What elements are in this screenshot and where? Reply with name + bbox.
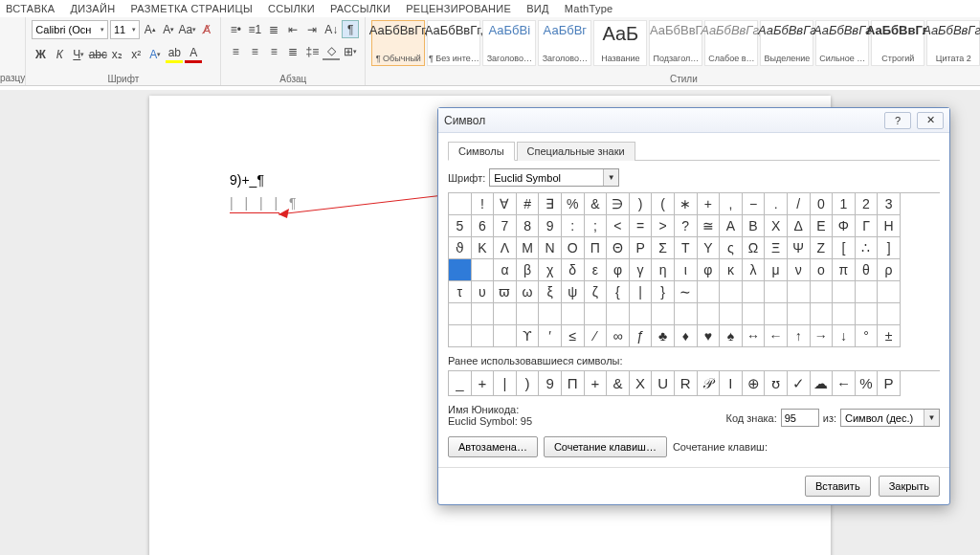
symbol-cell[interactable]: ∋ [607, 193, 630, 215]
style-item[interactable]: АаБНазвание [593, 20, 647, 66]
symbol-cell[interactable]: ? [675, 215, 698, 237]
symbol-cell[interactable] [743, 281, 766, 303]
symbol-cell[interactable] [472, 303, 495, 325]
symbol-cell[interactable]: + [698, 193, 721, 215]
symbol-cell[interactable]: A [720, 215, 743, 237]
recent-symbol-cell[interactable]: 𝒫 [698, 371, 721, 396]
italic-icon[interactable]: К [51, 45, 68, 63]
symbol-cell[interactable]: } [652, 281, 675, 303]
dialog-titlebar[interactable]: Символ ? ✕ [438, 108, 949, 133]
symbol-cell[interactable] [494, 303, 517, 325]
symbol-cell[interactable]: & [585, 193, 608, 215]
symbol-cell[interactable]: 7 [494, 215, 517, 237]
align-center-icon[interactable]: ≡ [246, 42, 263, 60]
symbol-cell[interactable]: % [562, 193, 585, 215]
symbol-cell[interactable]: Ω [743, 237, 766, 259]
chevron-down-icon[interactable]: ▼ [603, 169, 618, 186]
symbol-cell[interactable]: 0 [811, 193, 834, 215]
insert-button[interactable]: Вставить [805, 476, 871, 497]
ribbon-tab[interactable]: РАССЫЛКИ [330, 3, 390, 14]
recent-symbol-cell[interactable]: ☁ [811, 371, 834, 396]
numbering-icon[interactable]: ≡1 [246, 20, 263, 38]
ribbon-tab[interactable]: РАЗМЕТКА СТРАНИЦЫ [130, 3, 253, 14]
symbol-cell[interactable] [449, 303, 472, 325]
close-icon[interactable]: ✕ [917, 112, 944, 129]
symbol-cell[interactable]: β [517, 259, 540, 281]
symbol-cell[interactable]: Y [698, 237, 721, 259]
symbol-cell[interactable]: Σ [652, 237, 675, 259]
symbol-cell[interactable]: , [720, 193, 743, 215]
symbol-cell[interactable] [630, 303, 653, 325]
recent-symbol-cell[interactable]: Π [562, 371, 585, 396]
font-size-select[interactable]: 11▾ [110, 20, 140, 39]
symbol-cell[interactable]: ≅ [698, 215, 721, 237]
clear-format-icon[interactable]: A̸ [198, 21, 214, 39]
recent-symbol-cell[interactable]: U [652, 371, 675, 396]
symbol-cell[interactable]: η [652, 259, 675, 281]
symbol-cell[interactable]: → [811, 325, 834, 347]
symbol-cell[interactable] [720, 281, 743, 303]
symbol-cell[interactable] [765, 281, 788, 303]
symbol-cell[interactable] [788, 303, 811, 325]
symbol-cell[interactable] [833, 303, 856, 325]
symbol-cell[interactable]: ↔ [743, 325, 766, 347]
symbol-cell[interactable] [585, 303, 608, 325]
symbol-cell[interactable]: Z [811, 237, 834, 259]
tab-symbols[interactable]: Символы [448, 142, 515, 161]
symbol-cell[interactable]: ϒ [517, 325, 540, 347]
symbol-cell[interactable]: ƒ [630, 325, 653, 347]
symbol-cell[interactable]: ! [472, 193, 495, 215]
symbol-cell[interactable]: = [630, 215, 653, 237]
symbol-cell[interactable]: ♦ [675, 325, 698, 347]
style-item[interactable]: АаБбВвГгСильное … [815, 20, 869, 66]
bold-icon[interactable]: Ж [32, 45, 49, 63]
symbol-cell[interactable]: α [494, 259, 517, 281]
close-button[interactable]: Закрыть [879, 476, 940, 497]
text-effects-icon[interactable]: A▾ [146, 45, 164, 63]
recent-symbol-cell[interactable]: ← [833, 371, 856, 396]
symbol-cell[interactable]: [ [833, 237, 856, 259]
style-item[interactable]: АаБбВвГг,Строгий [871, 20, 924, 66]
recent-symbol-cell[interactable]: | [494, 371, 517, 396]
ribbon-tab[interactable]: РЕЦЕНЗИРОВАНИЕ [406, 3, 511, 14]
symbol-cell[interactable]: ′ [539, 325, 562, 347]
symbol-cell[interactable]: ; [585, 215, 608, 237]
line-spacing-icon[interactable]: ‡≡ [303, 42, 321, 60]
from-select[interactable]: ▼ [840, 409, 940, 427]
decrease-size-icon[interactable]: A▾ [161, 21, 177, 39]
symbol-cell[interactable]: E [811, 215, 834, 237]
style-item[interactable]: АаБбВіЗаголово… [482, 20, 536, 66]
symbol-cell[interactable]: − [743, 193, 766, 215]
symbol-cell[interactable]: ° [856, 325, 879, 347]
symbol-cell[interactable]: ι [675, 259, 698, 281]
ribbon-tab[interactable]: MathType [565, 3, 613, 14]
style-item[interactable]: АаБбВвГгВыделение [760, 20, 813, 66]
symbol-cell[interactable]: Γ [856, 215, 879, 237]
symbol-cell[interactable] [539, 303, 562, 325]
symbol-cell[interactable]: H [878, 215, 901, 237]
strike-icon[interactable]: abc [89, 45, 106, 63]
recent-symbol-cell[interactable]: ) [517, 371, 540, 396]
symbol-cell[interactable] [494, 325, 517, 347]
symbol-cell[interactable] [788, 281, 811, 303]
symbol-cell[interactable] [472, 325, 495, 347]
symbol-cell[interactable] [811, 281, 834, 303]
recent-symbol-cell[interactable]: % [856, 371, 879, 396]
symbol-cell[interactable] [449, 325, 472, 347]
symbol-cell[interactable]: P [630, 237, 653, 259]
recent-symbol-cell[interactable]: + [585, 371, 608, 396]
symbol-cell[interactable] [652, 303, 675, 325]
recent-symbol-cell[interactable]: & [607, 371, 630, 396]
symbol-font-input[interactable] [490, 169, 603, 186]
recent-symbol-cell[interactable]: 9 [539, 371, 562, 396]
help-button[interactable]: ? [884, 112, 911, 129]
symbol-cell[interactable]: T [675, 237, 698, 259]
show-marks-icon[interactable]: ¶ [342, 20, 359, 38]
indent-dec-icon[interactable]: ⇤ [284, 20, 301, 38]
symbol-cell[interactable]: o [811, 259, 834, 281]
underline-icon[interactable]: Ч▾ [70, 45, 87, 63]
recent-symbol-cell[interactable]: I [720, 371, 743, 396]
ribbon-tab[interactable]: ССЫЛКИ [268, 3, 315, 14]
shading-icon[interactable]: ◇ [323, 42, 340, 60]
symbol-cell[interactable]: Δ [788, 215, 811, 237]
